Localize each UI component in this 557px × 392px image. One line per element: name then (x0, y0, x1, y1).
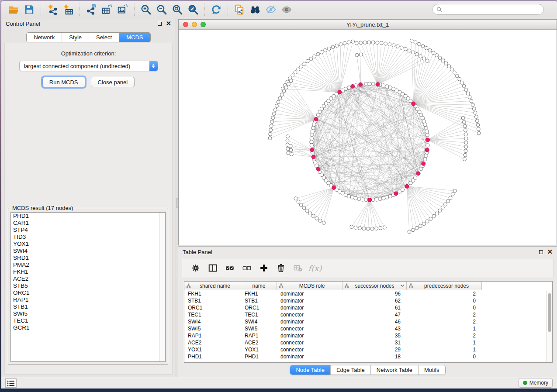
cell-name[interactable]: YOX1 (241, 346, 277, 353)
cell-name[interactable]: RAP1 (241, 332, 277, 339)
cell-successor-nodes[interactable]: 31 (343, 339, 407, 346)
column-header-shared-name[interactable]: shared name (184, 282, 241, 290)
cell-mcds-role[interactable]: connector (277, 311, 343, 318)
zoom-selected-icon[interactable] (187, 3, 200, 16)
mcds-result-item[interactable]: RAP1 (11, 296, 165, 303)
cell-mcds-role[interactable]: dominator (277, 353, 343, 360)
network-graph[interactable] (179, 30, 557, 245)
open-session-icon[interactable] (7, 3, 20, 16)
add-column-icon[interactable] (258, 262, 270, 274)
cell-shared-name[interactable]: ORC1 (184, 304, 241, 311)
mcds-result-item[interactable]: STP4 (11, 227, 165, 234)
zoom-fit-icon[interactable] (171, 3, 184, 16)
mcds-result-item[interactable]: ORC1 (11, 289, 165, 296)
column-header-mcds-role[interactable]: MCDS role (277, 282, 343, 290)
cell-predecessor-nodes[interactable]: 2 (407, 290, 482, 297)
cell-name[interactable]: ACE2 (241, 339, 277, 346)
cell-successor-nodes[interactable]: 46 (343, 318, 407, 325)
cell-successor-nodes[interactable]: 29 (343, 346, 407, 353)
table-row[interactable]: SWI4SWI4dominator462 (184, 318, 552, 325)
table-row[interactable]: TEC1TEC1connector472 (184, 311, 552, 318)
cell-successor-nodes[interactable]: 18 (343, 353, 407, 360)
import-network-icon[interactable] (46, 3, 59, 16)
run-mcds-button[interactable]: Run MCDS (42, 77, 85, 87)
column-header-name[interactable]: name (241, 282, 277, 290)
cell-successor-nodes[interactable]: 43 (343, 325, 407, 332)
search-input[interactable] (445, 6, 540, 13)
export-table-icon[interactable] (100, 3, 114, 16)
cell-predecessor-nodes[interactable]: 0 (407, 304, 482, 311)
cell-successor-nodes[interactable]: 62 (343, 297, 407, 304)
zoom-in-icon[interactable] (139, 3, 152, 16)
mcds-result-item[interactable]: GCR1 (11, 324, 165, 331)
cell-shared-name[interactable]: SWI4 (184, 318, 241, 325)
show-all-icon[interactable] (280, 3, 293, 16)
import-table-icon[interactable] (62, 3, 75, 16)
tab-network[interactable]: Network (27, 33, 62, 42)
tab-motifs[interactable]: Motifs (419, 365, 445, 375)
network-canvas[interactable] (179, 30, 557, 245)
table-row[interactable]: YOX1YOX1connector291 (184, 346, 552, 353)
table-row[interactable]: ACE2ACE2connector311 (184, 339, 552, 346)
mcds-result-item[interactable]: PMA2 (11, 261, 165, 268)
cell-predecessor-nodes[interactable]: 1 (407, 339, 482, 346)
cell-name[interactable]: PHD1 (241, 353, 277, 360)
mcds-result-item[interactable]: TID3 (11, 234, 165, 241)
table-row[interactable]: RAP1RAP1dominator352 (184, 332, 552, 339)
mcds-result-item[interactable]: FKH1 (11, 268, 165, 275)
cell-name[interactable]: SWI5 (241, 325, 277, 332)
cell-shared-name[interactable]: PHD1 (184, 353, 241, 360)
mcds-result-item[interactable]: STB5 (11, 282, 165, 289)
cell-shared-name[interactable]: STB1 (184, 297, 241, 304)
cell-name[interactable]: TEC1 (241, 311, 277, 318)
mcds-result-item[interactable]: SWI4 (11, 248, 165, 254)
cell-shared-name[interactable]: FKH1 (184, 290, 241, 297)
cell-shared-name[interactable]: ACE2 (184, 339, 241, 346)
cell-mcds-role[interactable]: connector (277, 346, 343, 353)
mcds-result-item[interactable]: PHD1 (11, 213, 165, 220)
mcds-result-item[interactable]: CAR1 (11, 220, 165, 227)
show-columns-icon[interactable] (207, 262, 218, 274)
tab-network-table[interactable]: Network Table (371, 365, 419, 375)
mcds-list-scrollbar[interactable] (159, 213, 165, 361)
refresh-view-icon[interactable] (210, 3, 223, 16)
table-settings-icon[interactable] (190, 262, 201, 274)
table-row[interactable]: FKH1FKH1dominator962 (184, 290, 552, 297)
delete-table-icon[interactable] (292, 262, 304, 274)
clone-network-icon[interactable] (233, 3, 246, 16)
deselect-all-icon[interactable] (241, 262, 253, 274)
export-image-icon[interactable] (116, 3, 129, 16)
column-header-successor-nodes[interactable]: successor nodes (343, 282, 407, 290)
table-row[interactable]: SWI5SWI5connector431 (184, 325, 552, 332)
cell-mcds-role[interactable]: dominator (277, 304, 343, 311)
mcds-result-item[interactable]: YOX1 (11, 241, 165, 248)
cell-name[interactable]: STB1 (241, 297, 277, 304)
memory-button[interactable]: Memory (519, 378, 553, 388)
cell-successor-nodes[interactable]: 61 (343, 304, 407, 311)
cell-predecessor-nodes[interactable]: 2 (407, 318, 482, 325)
cell-predecessor-nodes[interactable]: 0 (407, 353, 482, 360)
mcds-result-list[interactable]: PHD1CAR1STP4TID3YOX1SWI4SRD1PMA2FKH1ACE2… (10, 212, 166, 362)
cell-mcds-role[interactable]: connector (277, 325, 343, 332)
cell-mcds-role[interactable]: connector (277, 339, 343, 346)
mcds-result-item[interactable]: STB1 (11, 303, 165, 310)
table-row[interactable]: ORC1ORC1dominator610 (184, 304, 552, 311)
tab-mcds[interactable]: MCDS (119, 33, 150, 42)
mcds-result-item[interactable]: TEC1 (11, 317, 165, 324)
export-network-icon[interactable] (85, 3, 98, 16)
zoom-out-icon[interactable] (155, 3, 168, 16)
cell-predecessor-nodes[interactable]: 2 (407, 311, 482, 318)
delete-columns-icon[interactable] (275, 262, 287, 274)
optimization-criterion-select[interactable]: largest connected component (undirected) (19, 61, 158, 71)
cell-predecessor-nodes[interactable]: 2 (407, 332, 482, 339)
cell-shared-name[interactable]: RAP1 (184, 332, 241, 339)
close-panel-icon[interactable]: ✕ (166, 21, 171, 26)
mcds-result-item[interactable]: SRD1 (11, 254, 165, 261)
cell-shared-name[interactable]: YOX1 (184, 346, 241, 353)
table-row[interactable]: PHD1PHD1dominator180 (184, 353, 552, 360)
table-scrollbar-thumb[interactable] (548, 293, 551, 332)
hide-unselected-icon[interactable] (264, 3, 277, 16)
function-builder-icon[interactable]: f(x) (309, 262, 321, 274)
column-header-predecessor-nodes[interactable]: predecessor nodes (407, 282, 482, 290)
close-panel-button[interactable]: Close panel (91, 77, 135, 87)
